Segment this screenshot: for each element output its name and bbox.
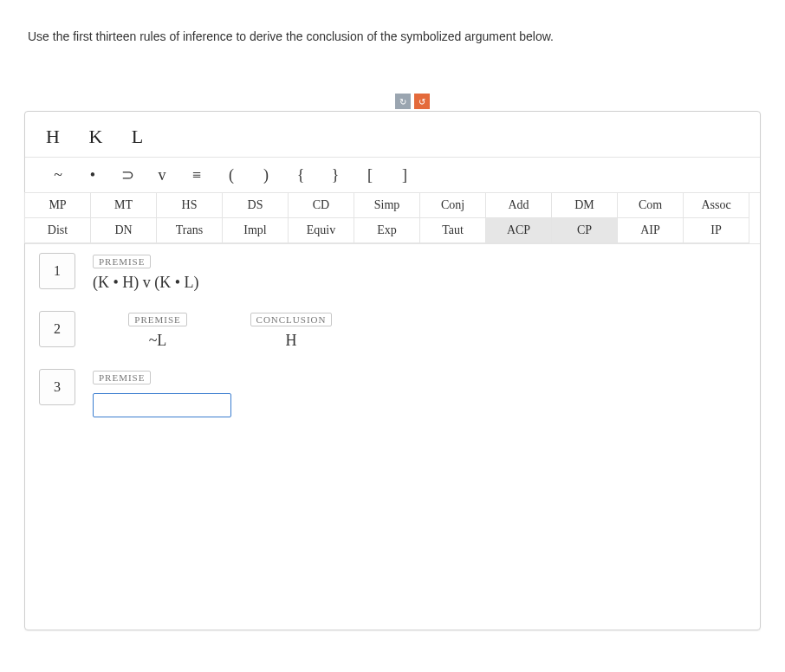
rule-conj[interactable]: Conj <box>419 192 486 218</box>
line-number-3[interactable]: 3 <box>39 369 75 405</box>
symbol-lbrace[interactable]: { <box>283 163 318 187</box>
rule-mp[interactable]: MP <box>24 192 91 218</box>
formula-input-3[interactable] <box>93 393 231 417</box>
rule-aip[interactable]: AIP <box>617 217 684 243</box>
line-number-1[interactable]: 1 <box>39 253 75 289</box>
rule-add[interactable]: Add <box>485 192 552 218</box>
tag-conclusion: CONCLUSION <box>250 313 333 326</box>
symbol-dot[interactable]: • <box>75 163 110 187</box>
rule-taut[interactable]: Taut <box>419 217 486 243</box>
rule-trans[interactable]: Trans <box>156 217 223 243</box>
proof-line-3: 3 PREMISE <box>39 369 746 417</box>
formula-2a: ~L <box>93 332 223 350</box>
rule-dm[interactable]: DM <box>551 192 618 218</box>
symbol-rparen[interactable]: ) <box>249 163 283 187</box>
symbol-tilde[interactable]: ~ <box>41 163 75 187</box>
proof-area: 1 PREMISE (K • H) v (K • L) 2 PREMISE ~L… <box>25 244 760 445</box>
rule-simp[interactable]: Simp <box>354 192 420 218</box>
symbol-lparen[interactable]: ( <box>214 163 249 187</box>
proof-line-2: 2 PREMISE ~L CONCLUSION H <box>39 311 746 350</box>
conclusion-col: CONCLUSION H <box>226 313 356 350</box>
refresh-icon[interactable]: ↻ <box>395 94 411 109</box>
rule-acp[interactable]: ACP <box>485 217 552 243</box>
tag-premise-3: PREMISE <box>93 371 151 384</box>
rules-grid: MP MT HS DS CD Simp Conj Add DM Com Asso… <box>25 193 760 244</box>
rule-com[interactable]: Com <box>617 192 684 218</box>
rules-row-2: Dist DN Trans Impl Equiv Exp Taut ACP CP… <box>25 218 760 243</box>
symbol-rbracket[interactable]: ] <box>387 163 422 187</box>
symbol-equiv[interactable]: ≡ <box>179 163 214 187</box>
formula-2b: H <box>226 332 356 350</box>
reset-icon[interactable]: ↺ <box>414 94 430 109</box>
symbols-row: ~ • ⊃ v ≡ ( ) { } [ ] <box>25 157 760 193</box>
symbol-horseshoe[interactable]: ⊃ <box>110 163 145 187</box>
formula-1: (K • H) v (K • L) <box>93 274 746 292</box>
indicator-bar: ↻ ↺ <box>395 94 430 109</box>
symbol-rbrace[interactable]: } <box>318 163 353 187</box>
rule-impl[interactable]: Impl <box>222 217 289 243</box>
rule-dn[interactable]: DN <box>90 217 157 243</box>
proof-workspace: H K L ~ • ⊃ v ≡ ( ) { } [ ] MP MT HS DS … <box>24 111 761 630</box>
rule-exp[interactable]: Exp <box>354 217 420 243</box>
line-body-1: PREMISE (K • H) v (K • L) <box>93 253 746 292</box>
symbol-lbracket[interactable]: [ <box>353 163 387 187</box>
instructions-text: Use the first thirteen rules of inferenc… <box>0 0 785 43</box>
rule-dist[interactable]: Dist <box>24 217 91 243</box>
rule-hs[interactable]: HS <box>156 192 223 218</box>
rule-assoc[interactable]: Assoc <box>683 192 749 218</box>
rule-cd[interactable]: CD <box>288 192 354 218</box>
rule-equiv[interactable]: Equiv <box>288 217 354 243</box>
symbol-vee[interactable]: v <box>145 163 179 187</box>
tag-premise-1: PREMISE <box>93 255 151 268</box>
rule-ip[interactable]: IP <box>683 217 749 243</box>
variable-bar: H K L <box>25 112 760 157</box>
rule-mt[interactable]: MT <box>90 192 157 218</box>
proof-line-1: 1 PREMISE (K • H) v (K • L) <box>39 253 746 292</box>
line-number-2[interactable]: 2 <box>39 311 75 347</box>
tag-premise-2: PREMISE <box>128 313 186 326</box>
rules-row-1: MP MT HS DS CD Simp Conj Add DM Com Asso… <box>25 193 760 218</box>
line-body-3: PREMISE <box>93 369 746 417</box>
rule-ds[interactable]: DS <box>222 192 289 218</box>
line-body-2: PREMISE ~L CONCLUSION H <box>93 311 746 350</box>
rule-cp[interactable]: CP <box>551 217 618 243</box>
premise-col: PREMISE ~L <box>93 313 223 350</box>
